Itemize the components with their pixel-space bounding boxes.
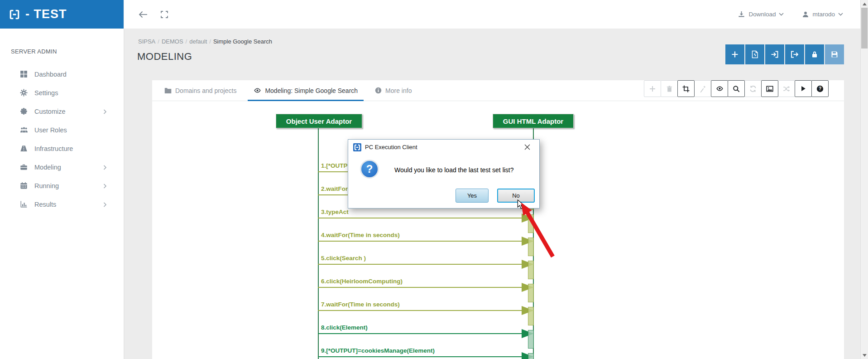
step-label[interactable]: 1.[*OUTP bbox=[321, 162, 348, 169]
save-button[interactable] bbox=[825, 44, 844, 64]
diagram-toolbar: ? bbox=[644, 80, 829, 97]
zoom-icon[interactable] bbox=[728, 80, 745, 97]
add-icon bbox=[644, 80, 661, 97]
actor-gui-html-adaptor[interactable]: GUI HTML Adaptor bbox=[493, 114, 574, 128]
eye-icon bbox=[254, 87, 261, 94]
bar-chart-icon bbox=[20, 200, 29, 208]
brand-name: - TEST bbox=[25, 7, 67, 21]
sidebar-item-modeling[interactable]: Modeling bbox=[0, 158, 124, 176]
step-label[interactable]: 3.typeAct bbox=[321, 209, 349, 215]
brand-icon bbox=[8, 8, 21, 21]
road-icon bbox=[20, 145, 29, 152]
scroll-down-icon[interactable] bbox=[861, 351, 868, 359]
trash-icon bbox=[661, 80, 678, 97]
dialog-title: PC Execution Client bbox=[365, 144, 417, 150]
chevron-right-icon bbox=[103, 184, 107, 189]
step-label[interactable]: 8.click(Element) bbox=[321, 324, 368, 331]
grid-icon bbox=[20, 70, 29, 78]
sidebar-item-running[interactable]: Running bbox=[0, 176, 124, 195]
sidebar-section-label: SERVER ADMIN bbox=[11, 48, 124, 55]
sidebar-item-label: Modeling bbox=[34, 164, 61, 171]
breadcrumb-link[interactable]: SIPSA bbox=[138, 38, 155, 45]
step-label[interactable]: 6.click(HeirloomComputing) bbox=[321, 278, 403, 285]
sidebar-item-user-roles[interactable]: User Roles bbox=[0, 121, 124, 139]
page-title: MODELING bbox=[137, 51, 192, 63]
calendar-icon bbox=[20, 182, 29, 189]
play-icon[interactable] bbox=[795, 80, 812, 97]
tab-domains-and-projects[interactable]: Domains and projects bbox=[158, 80, 242, 101]
chevron-right-icon bbox=[103, 202, 107, 207]
breadcrumb-link[interactable]: default bbox=[189, 38, 207, 45]
help-icon[interactable]: ? bbox=[811, 80, 829, 97]
dialog-titlebar[interactable]: PC Execution Client bbox=[348, 140, 539, 155]
sign-in-button[interactable] bbox=[765, 44, 784, 64]
tab-more-info[interactable]: More info bbox=[369, 80, 417, 101]
info-icon bbox=[375, 87, 382, 94]
chevron-down-icon bbox=[779, 13, 784, 16]
step-label[interactable]: 5.click(Search ) bbox=[321, 255, 366, 262]
sidebar-item-label: User Roles bbox=[34, 126, 67, 134]
breadcrumb: SIPSA/DEMOS/default/Simple Google Search bbox=[138, 38, 272, 45]
file-script-button[interactable] bbox=[745, 44, 764, 64]
vertical-scrollbar bbox=[860, 0, 868, 359]
scroll-up-icon[interactable] bbox=[861, 0, 868, 8]
dialog-app-icon bbox=[353, 143, 361, 151]
user-icon bbox=[802, 11, 809, 18]
user-menu[interactable]: mtarodo bbox=[802, 11, 843, 18]
step-label[interactable]: 4.waitFor(Time in seconds) bbox=[321, 232, 400, 238]
activation-bar bbox=[528, 330, 534, 349]
activation-bar bbox=[528, 307, 534, 325]
sign-out-button[interactable] bbox=[785, 44, 804, 64]
sidebar-item-label: Infrastructure bbox=[34, 145, 73, 152]
sidebar-item-label: Settings bbox=[34, 89, 58, 97]
eye-icon[interactable] bbox=[711, 80, 728, 97]
crop-icon[interactable] bbox=[677, 80, 695, 97]
topbar: Download mtarodo bbox=[124, 0, 860, 29]
sidebar-item-customize[interactable]: Customize bbox=[0, 102, 124, 121]
username: mtarodo bbox=[812, 11, 835, 18]
sidebar-nav: Dashboard Settings Customize User Roles … bbox=[0, 65, 124, 213]
sidebar-item-label: Customize bbox=[34, 108, 66, 115]
shuffle-icon bbox=[778, 80, 795, 97]
breadcrumb-link[interactable]: DEMOS bbox=[162, 38, 183, 45]
add-button[interactable] bbox=[725, 44, 744, 64]
step-label[interactable]: 7.waitFor(Time in seconds) bbox=[321, 301, 400, 308]
sidebar-item-settings[interactable]: Settings bbox=[0, 83, 124, 102]
download-label: Download bbox=[748, 11, 776, 18]
sidebar-item-label: Dashboard bbox=[34, 71, 67, 78]
cog-icon bbox=[20, 107, 29, 115]
actor-object-user-adaptor[interactable]: Object User Adaptor bbox=[276, 114, 362, 128]
sidebar-item-results[interactable]: Results bbox=[0, 195, 124, 213]
tab-modeling[interactable]: Modeling: Simple Google Search bbox=[248, 80, 364, 101]
yes-button[interactable]: Yes bbox=[456, 189, 489, 203]
close-icon[interactable] bbox=[519, 141, 535, 153]
activation-bar bbox=[528, 284, 534, 302]
breadcrumb-current: Simple Google Search bbox=[213, 38, 272, 45]
svg-text:?: ? bbox=[819, 86, 821, 91]
diagram-step: 9.[*OUTPUT]=cookiesManage(Element) bbox=[318, 347, 541, 359]
dialog-message: Would you like to load the last test set… bbox=[394, 166, 514, 174]
question-icon: ? bbox=[360, 160, 379, 179]
lock-button[interactable] bbox=[805, 44, 824, 64]
download-menu[interactable]: Download bbox=[738, 10, 784, 18]
red-annotation-arrow bbox=[498, 193, 561, 265]
scrollbar-thumb[interactable] bbox=[861, 8, 868, 49]
briefcase-icon bbox=[20, 163, 29, 171]
sidebar-item-dashboard[interactable]: Dashboard bbox=[0, 65, 124, 83]
step-label[interactable]: 2.waitFor bbox=[321, 185, 348, 192]
app-logo[interactable]: - TEST bbox=[0, 0, 124, 29]
sidebar: - TEST SERVER ADMIN Dashboard Settings C… bbox=[0, 0, 124, 359]
step-label[interactable]: 9.[*OUTPUT]=cookiesManage(Element) bbox=[321, 347, 435, 354]
magic-wand-icon bbox=[694, 80, 711, 97]
sidebar-item-infrastructure[interactable]: Infrastructure bbox=[0, 139, 124, 158]
fullscreen-icon[interactable] bbox=[160, 10, 168, 19]
activation-bar bbox=[528, 353, 534, 359]
gear-icon bbox=[20, 89, 29, 97]
chevron-right-icon bbox=[103, 109, 107, 114]
image-icon[interactable] bbox=[761, 80, 778, 97]
chevron-right-icon bbox=[103, 165, 107, 170]
action-button-group bbox=[725, 44, 844, 64]
users-icon bbox=[20, 126, 29, 134]
back-arrow-icon[interactable] bbox=[138, 10, 148, 19]
folder-icon bbox=[164, 87, 172, 94]
